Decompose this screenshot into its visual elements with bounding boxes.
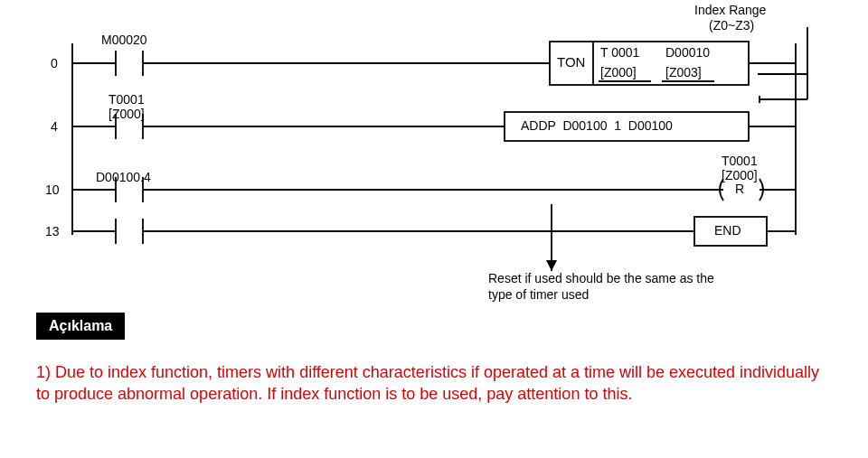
ton-operand: T 0001: [600, 45, 639, 60]
note-line: type of timer used: [488, 287, 589, 302]
svg-marker-34: [546, 260, 557, 271]
rung-number: 0: [51, 56, 58, 70]
instruction-text: ADDP D00100 1 D00100: [521, 118, 673, 133]
index-range-value: (Z0~Z3): [709, 18, 754, 33]
description-title: Açıklama: [36, 313, 125, 340]
ton-operand: D00010: [665, 45, 710, 60]
coil-index: [Z000]: [722, 168, 758, 182]
rung-number: 10: [45, 182, 60, 197]
rung-number: 13: [45, 224, 60, 238]
contact-label: M00020: [101, 33, 147, 47]
rung-number: 4: [51, 119, 58, 134]
ton-index: [Z003]: [665, 65, 702, 79]
coil-symbol: R: [735, 182, 744, 196]
ladder-diagram: Index Range (Z0~Z3) 0 4 10 13 M00020 TON…: [0, 0, 868, 458]
coil-label: T0001: [722, 154, 758, 168]
index-range-label: Index Range: [694, 3, 766, 17]
contact-label: D00100.4: [96, 170, 151, 184]
note-line: Reset if used should be the same as the: [488, 271, 714, 285]
ton-index: [Z000]: [600, 65, 637, 79]
end-label: END: [714, 223, 741, 238]
description-body: 1) Due to index function, timers with di…: [36, 361, 832, 406]
instruction-label: TON: [557, 54, 585, 70]
contact-index: [Z000]: [108, 107, 145, 121]
contact-label: T0001: [108, 92, 145, 107]
